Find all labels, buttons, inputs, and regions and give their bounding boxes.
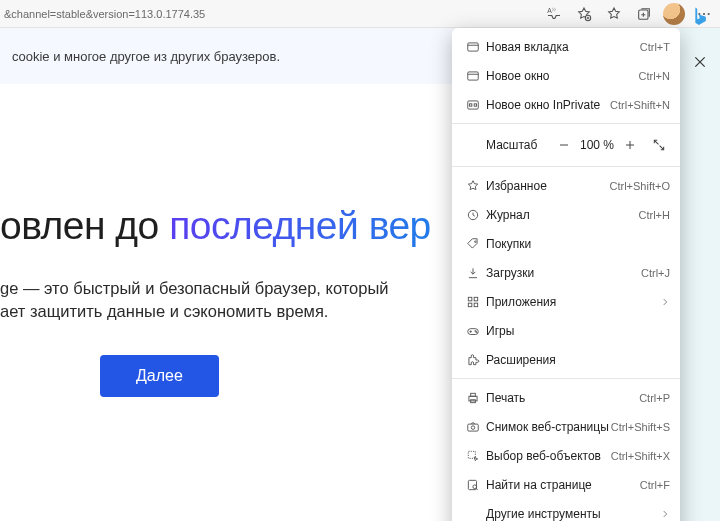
menu-item-label: Приложения xyxy=(484,295,660,309)
address-bar-fragment[interactable]: &channel=stable&version=113.0.1774.35 xyxy=(0,8,205,20)
menu-item-shortcut: Ctrl+Shift+N xyxy=(610,99,670,111)
tag-icon xyxy=(462,237,484,251)
menu-item-label: Игры xyxy=(484,324,670,338)
apps-icon xyxy=(462,295,484,309)
print-icon xyxy=(462,391,484,405)
download-icon xyxy=(462,266,484,280)
menu-item-label: Новое окно InPrivate xyxy=(484,98,610,112)
profile-avatar[interactable] xyxy=(660,0,688,28)
menu-new-inprivate[interactable]: Новое окно InPrivate Ctrl+Shift+N xyxy=(452,90,680,119)
new-tab-icon xyxy=(462,40,484,54)
menu-zoom: Масштаб 100 % xyxy=(452,128,680,162)
add-favorite-icon[interactable] xyxy=(570,0,598,28)
svg-rect-7 xyxy=(468,71,479,79)
zoom-out-button[interactable] xyxy=(552,133,576,157)
browser-toolbar: &channel=stable&version=113.0.1774.35 A⁾… xyxy=(0,0,720,28)
menu-item-label: Избранное xyxy=(484,179,609,193)
menu-new-window[interactable]: Новое окно Ctrl+N xyxy=(452,61,680,90)
svg-rect-9 xyxy=(470,103,472,105)
history-icon xyxy=(462,208,484,222)
games-icon xyxy=(462,324,484,338)
menu-item-label: Найти на странице xyxy=(484,478,640,492)
svg-rect-23 xyxy=(468,424,479,431)
svg-text:A⁾⁾: A⁾⁾ xyxy=(547,7,556,14)
menu-favorites[interactable]: Избранное Ctrl+Shift+O xyxy=(452,171,680,200)
find-icon xyxy=(462,478,484,492)
menu-print[interactable]: Печать Ctrl+P xyxy=(452,383,680,412)
select-icon xyxy=(462,449,484,463)
menu-item-shortcut: Ctrl+N xyxy=(639,70,670,82)
svg-rect-21 xyxy=(471,393,476,396)
menu-item-label: Новая вкладка xyxy=(484,40,640,54)
chevron-right-icon xyxy=(660,509,670,519)
svg-rect-10 xyxy=(474,103,476,105)
menu-item-shortcut: Ctrl+Shift+O xyxy=(609,180,670,192)
chevron-right-icon xyxy=(660,297,670,307)
svg-point-18 xyxy=(475,330,476,331)
svg-rect-13 xyxy=(468,297,472,301)
fullscreen-icon[interactable] xyxy=(646,133,672,157)
menu-item-label: Журнал xyxy=(484,208,639,222)
bing-icon[interactable] xyxy=(686,4,714,32)
menu-screenshot[interactable]: Снимок веб-страницы Ctrl+Shift+S xyxy=(452,412,680,441)
zoom-in-button[interactable] xyxy=(618,133,642,157)
menu-item-label: Печать xyxy=(484,391,639,405)
new-window-icon xyxy=(462,69,484,83)
svg-point-12 xyxy=(475,240,477,242)
menu-item-label: Загрузки xyxy=(484,266,641,280)
settings-menu: Новая вкладка Ctrl+T Новое окно Ctrl+N Н… xyxy=(452,28,680,521)
menu-item-shortcut: Ctrl+P xyxy=(639,392,670,404)
menu-item-label: Выбор веб-объектов xyxy=(484,449,611,463)
menu-extensions[interactable]: Расширения xyxy=(452,345,680,374)
menu-find[interactable]: Найти на странице Ctrl+F xyxy=(452,470,680,499)
menu-item-label: Другие инструменты xyxy=(484,507,660,521)
menu-item-label: Покупки xyxy=(484,237,670,251)
collections-icon[interactable] xyxy=(630,0,658,28)
svg-point-19 xyxy=(476,331,477,332)
menu-downloads[interactable]: Загрузки Ctrl+J xyxy=(452,258,680,287)
inprivate-icon xyxy=(462,98,484,112)
menu-item-label: Новое окно xyxy=(484,69,639,83)
svg-rect-6 xyxy=(468,42,479,50)
menu-history[interactable]: Журнал Ctrl+H xyxy=(452,200,680,229)
svg-rect-16 xyxy=(474,303,478,307)
menu-item-shortcut: Ctrl+Shift+S xyxy=(611,421,670,433)
menu-item-label: Снимок веб-страницы xyxy=(484,420,611,434)
menu-item-shortcut: Ctrl+J xyxy=(641,267,670,279)
menu-apps[interactable]: Приложения xyxy=(452,287,680,316)
puzzle-icon xyxy=(462,353,484,367)
sidebar-panel xyxy=(680,28,720,521)
zoom-value: 100 % xyxy=(576,138,618,152)
menu-item-shortcut: Ctrl+H xyxy=(639,209,670,221)
close-sidebar-icon[interactable] xyxy=(692,54,708,70)
menu-more-tools[interactable]: Другие инструменты xyxy=(452,499,680,521)
menu-games[interactable]: Игры xyxy=(452,316,680,345)
svg-point-24 xyxy=(471,425,475,429)
menu-new-tab[interactable]: Новая вкладка Ctrl+T xyxy=(452,32,680,61)
menu-item-shortcut: Ctrl+Shift+X xyxy=(611,450,670,462)
favorites-icon[interactable] xyxy=(600,0,628,28)
svg-rect-15 xyxy=(468,303,472,307)
star-icon xyxy=(462,179,484,193)
menu-item-label: Расширения xyxy=(484,353,670,367)
menu-shopping[interactable]: Покупки xyxy=(452,229,680,258)
menu-item-shortcut: Ctrl+T xyxy=(640,41,670,53)
menu-web-select[interactable]: Выбор веб-объектов Ctrl+Shift+X xyxy=(452,441,680,470)
menu-item-shortcut: Ctrl+F xyxy=(640,479,670,491)
read-aloud-icon[interactable]: A⁾⁾ xyxy=(540,0,568,28)
next-button[interactable]: Далее xyxy=(100,355,219,397)
svg-rect-14 xyxy=(474,297,478,301)
camera-icon xyxy=(462,420,484,434)
import-banner-text: cookie и многое другое из других браузер… xyxy=(12,49,280,64)
menu-item-label: Масштаб xyxy=(486,138,552,152)
